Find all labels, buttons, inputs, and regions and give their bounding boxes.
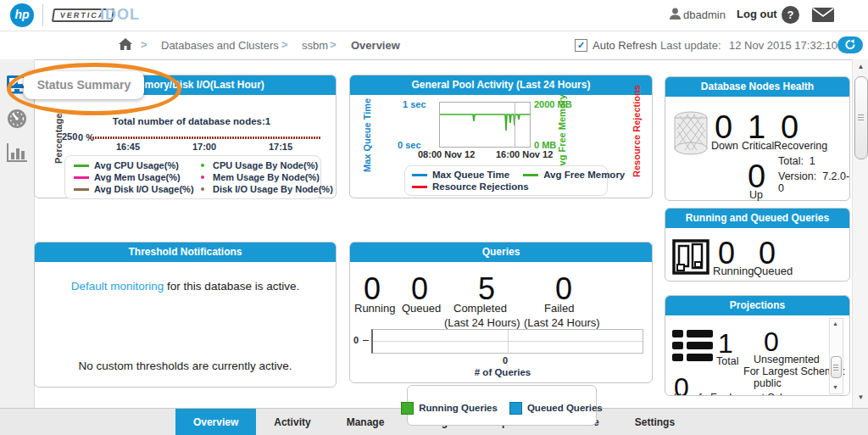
panel-queries-title: Queries <box>350 243 652 262</box>
panel-nodes-health: Database Nodes Health 0 Down 1 Critical … <box>665 76 850 201</box>
queued-label: Queued <box>754 265 793 277</box>
pool-gridline <box>515 103 515 147</box>
legend-line-swatch <box>523 174 538 176</box>
messages-button[interactable]: 11 <box>812 7 846 27</box>
help-icon[interactable]: ? <box>782 6 799 24</box>
database-cylinder-icon <box>673 111 709 155</box>
cpu-legend: Avg CPU Usage(%) CPU Usage By Node(%) Av… <box>64 155 321 199</box>
tab-manage[interactable]: Manage <box>329 409 403 435</box>
projections-bottom-label-clipped: Unsafe For Largest Schema : <box>674 392 812 396</box>
queries-failed-sub: (Last 24 Hours) <box>524 316 600 329</box>
legend-line-swatch <box>74 165 89 167</box>
user-icon <box>669 8 682 20</box>
panel-threshold-title: Threshold Notifications <box>35 243 336 262</box>
scrollbar-grip <box>858 114 864 120</box>
projections-total-label: Total <box>716 355 738 367</box>
queries-x-axis-label: # of Queries <box>443 367 562 377</box>
nodes-down-label: Down <box>711 140 738 152</box>
legend-label: Max Queue Time <box>432 170 509 180</box>
legend-label: Resource Rejections <box>432 181 529 192</box>
pool-memory-series <box>440 103 530 147</box>
projections-scroll-up[interactable]: ▲ <box>830 321 841 326</box>
scroll-up-arrow[interactable]: ▲ <box>853 63 868 70</box>
nodes-critical-label: Critical <box>742 140 774 152</box>
bar-chart-icon[interactable] <box>6 142 28 163</box>
default-monitoring-link[interactable]: Default monitoring <box>71 280 164 293</box>
legend-label: Avg Disk I/O Usage(%) <box>94 184 194 194</box>
nodes-recovering-label: Recovering <box>774 140 827 152</box>
queries-legend: Running Queries Queued Queries <box>407 385 597 426</box>
auto-refresh-label: Auto Refresh <box>593 39 657 52</box>
cpu-ytick-250: 250 <box>62 131 77 142</box>
logout-button[interactable]: Log out <box>737 8 777 20</box>
page-scrollbar[interactable]: ▲ ▼ <box>852 59 868 408</box>
panel-nodes-title: Database Nodes Health <box>665 77 849 97</box>
pool-chart-plot <box>439 102 531 148</box>
breadcrumb-item-ssbm[interactable]: ssbm <box>302 39 328 52</box>
queries-bar-chart <box>371 329 643 354</box>
legend-label: Queued Queries <box>527 403 603 413</box>
hp-logo[interactable]: hp <box>10 3 34 27</box>
cpu-x-axis: 16:45 17:00 17:15 <box>90 142 320 152</box>
legend-dot-swatch <box>201 176 204 179</box>
tab-activity[interactable]: Activity <box>256 409 328 435</box>
queries-completed-sub: (Last 24 Hours) <box>444 316 520 329</box>
pool-left-axis-label: Max Queue Time <box>362 94 372 172</box>
legend-label: CPU Usage By Node(%) <box>213 160 318 170</box>
legend-line-swatch <box>412 186 427 188</box>
nodes-version: Version: 7.2.0-0 <box>778 170 849 194</box>
breadcrumb-chevron: > <box>281 38 288 51</box>
projections-schema-name: public <box>754 377 782 389</box>
legend-line-swatch <box>74 176 89 179</box>
nodes-total: Total: 1 <box>778 155 815 167</box>
cpu-chart-note: Total number of database nodes:1 <box>94 116 289 126</box>
tab-overview[interactable]: Overview <box>175 409 256 435</box>
threshold-custom-line: No custom thresholds are currently activ… <box>43 360 327 372</box>
breadcrumb: > Databases and Clusters > ssbm > Overvi… <box>0 31 868 60</box>
projections-scroll-down[interactable]: ▼ <box>830 384 841 390</box>
threshold-line1-rest: for this database is active. <box>164 280 299 293</box>
legend-line-swatch <box>412 174 427 176</box>
refresh-icon <box>837 36 863 53</box>
projections-scroll-grip <box>833 365 838 371</box>
legend-square-swatch <box>509 402 522 415</box>
nodes-version-label: Version: <box>778 170 816 182</box>
panel-pool-title: General Pool Activity (Last 24 Hours) <box>350 75 652 95</box>
queries-failed-label: Failed <box>544 302 574 315</box>
pool-rejections-axis-label: Resource Rejections <box>632 84 642 177</box>
tab-settings[interactable]: Settings <box>617 409 693 435</box>
scroll-down-arrow[interactable]: ▼ <box>853 393 868 401</box>
pool-legend: Max Queue Time Avg Free Memory Resource … <box>404 165 608 196</box>
queries-ytick: 0 <box>353 335 359 345</box>
breadcrumb-item-databases[interactable]: Databases and Clusters <box>161 39 279 52</box>
app-header: hp VERTICA IDOL dbadmin Log out ? 11 <box>0 0 868 31</box>
panel-threshold-notifications: Threshold Notifications Default monitori… <box>34 242 337 388</box>
last-update-label: Last update: <box>660 39 721 52</box>
gauge-icon[interactable] <box>6 109 28 129</box>
last-update-value: 12 Nov 2015 17:32:10 <box>729 39 837 52</box>
panel-queries: Queries 0 Running 0 Queued 5 Completed (… <box>349 242 653 383</box>
queries-ytick-dash <box>363 340 369 341</box>
legend-dot-swatch <box>201 187 204 191</box>
projections-unsegmented-label: Unsegmented <box>754 354 820 365</box>
projections-scroll-thumb[interactable] <box>831 356 842 378</box>
home-icon[interactable] <box>119 38 132 50</box>
pool-left-tick-top: 1 sec <box>403 99 426 109</box>
projections-icon <box>672 330 713 362</box>
projections-scrollbar[interactable]: ▲ ▼ <box>829 318 843 394</box>
cpu-xtick: 16:45 <box>90 142 166 152</box>
nodes-up-label: Up <box>749 189 763 201</box>
cpu-data-line <box>90 137 320 139</box>
nodes-total-value: 1 <box>810 155 815 167</box>
queries-chart-gridline <box>508 330 509 353</box>
legend-label: Disk I/O Usage By Node(%) <box>213 184 333 194</box>
refresh-button[interactable] <box>837 36 863 53</box>
username-label[interactable]: dbadmin <box>683 8 726 21</box>
legend-line-swatch <box>74 188 89 191</box>
scrollbar-thumb[interactable] <box>854 76 868 159</box>
product-title: IDOL <box>100 6 140 24</box>
legend-label: Avg Free Memory <box>543 170 625 180</box>
left-sidebar <box>0 59 35 408</box>
breadcrumb-item-overview: Overview <box>351 39 400 52</box>
auto-refresh-checkbox[interactable]: ✓ <box>575 39 587 52</box>
